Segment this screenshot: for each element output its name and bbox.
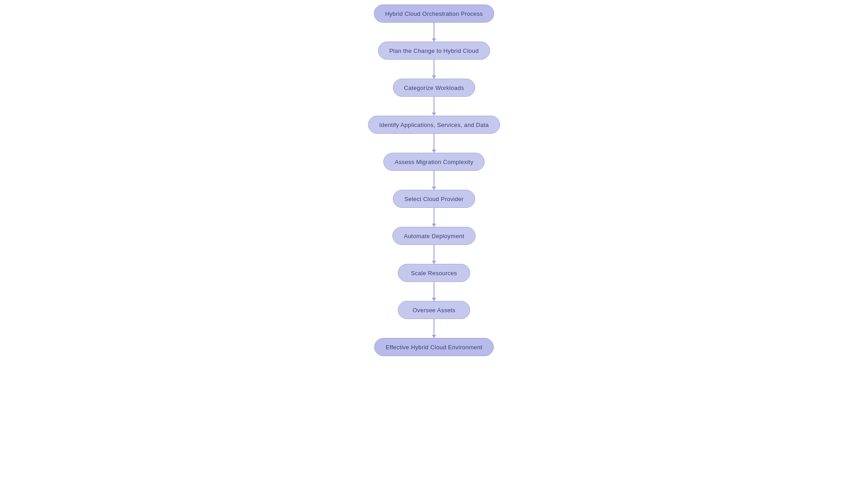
connector-6 [434, 245, 434, 264]
node-automate: Automate Deployment [392, 227, 476, 245]
node-categorize: Categorize Workloads [393, 79, 476, 97]
connector-1 [434, 60, 434, 79]
node-plan: Plan the Change to Hybrid Cloud [378, 42, 490, 60]
connector-4 [434, 171, 434, 190]
connector-3 [434, 134, 434, 153]
node-oversee: Oversee Assets [398, 301, 470, 319]
node-identify: Identify Applications, Services, and Dat… [368, 116, 500, 134]
connector-8 [434, 319, 434, 338]
connector-2 [434, 97, 434, 116]
connector-0 [434, 23, 434, 42]
node-assess: Assess Migration Complexity [383, 153, 485, 171]
diagram-container: Hybrid Cloud Orchestration Process Plan … [368, 0, 500, 356]
connector-5 [434, 208, 434, 227]
node-select: Select Cloud Provider [393, 190, 475, 208]
connector-7 [434, 282, 434, 301]
node-start: Hybrid Cloud Orchestration Process [374, 5, 494, 23]
node-scale: Scale Resources [398, 264, 470, 282]
node-end: Effective Hybrid Cloud Environment [374, 338, 494, 356]
